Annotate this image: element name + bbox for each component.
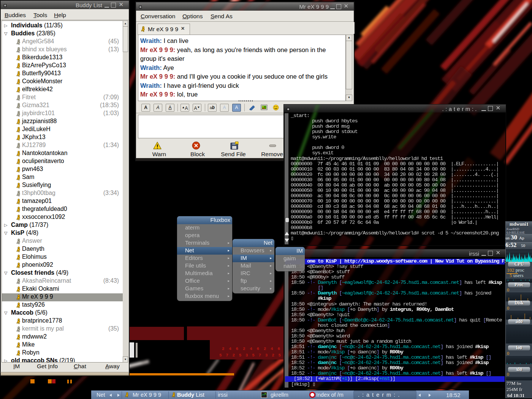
svg-text:2 4 6 2 4 6 2 4 6: 2 4 6 2 4 6 2 4 6: [222, 347, 280, 351]
